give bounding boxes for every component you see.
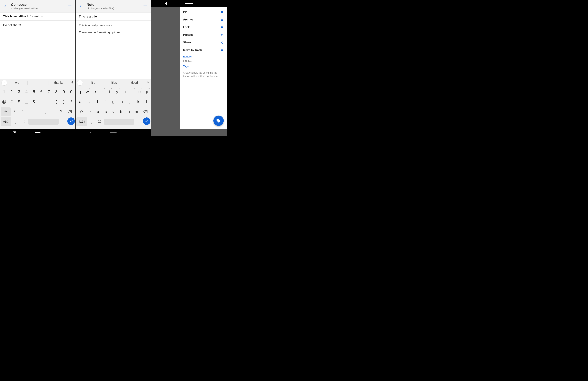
key-1[interactable]: 1 [1, 87, 8, 96]
key-*[interactable]: * [11, 107, 18, 116]
key-y[interactable]: y6 [114, 87, 121, 96]
suggestion-2[interactable]: titles [104, 81, 124, 84]
option-share[interactable]: Share [180, 39, 227, 46]
key-,[interactable]: , [87, 118, 95, 126]
key-s[interactable]: s [85, 98, 92, 106]
key-w[interactable]: w2 [84, 87, 91, 96]
key-8[interactable]: 8 [53, 87, 60, 96]
expand-button[interactable]: › [77, 80, 83, 85]
suggestion-1[interactable]: we [7, 81, 27, 84]
option-lock[interactable]: Lock [180, 23, 227, 31]
option-pin[interactable]: Pin [180, 8, 227, 16]
menu-button[interactable] [66, 3, 73, 9]
note-body-field[interactable]: This is a really basic noteThere are no … [76, 21, 151, 79]
suggestion-3[interactable]: titled [124, 81, 145, 84]
option-protect[interactable]: Protect [180, 31, 227, 39]
suggestion-2[interactable]: I [28, 81, 48, 84]
key-mode-switch[interactable]: ABC [1, 118, 11, 126]
key-enter[interactable] [67, 118, 75, 125]
key-7[interactable]: 7 [45, 87, 52, 96]
key-a[interactable]: a [76, 98, 84, 106]
key-backspace[interactable] [140, 107, 150, 116]
key-z[interactable]: z [87, 107, 94, 116]
key-i[interactable]: i8 [128, 87, 136, 96]
key-k[interactable]: k [134, 98, 142, 106]
key-e[interactable]: e3 [91, 87, 98, 96]
suggestion-3[interactable]: thanks [48, 81, 69, 84]
key-c[interactable]: c [102, 107, 109, 116]
key-&[interactable]: & [30, 98, 38, 106]
key-q[interactable]: q1 [76, 87, 84, 96]
key-l[interactable]: l [143, 98, 150, 106]
key-2[interactable]: 2 [8, 87, 15, 96]
key-p[interactable]: p0 [144, 87, 151, 96]
key-confirm[interactable] [143, 118, 150, 125]
suggestion-1[interactable]: title [83, 81, 103, 84]
nav-hide-keyboard-icon[interactable] [89, 132, 92, 133]
key-6[interactable]: 6 [38, 87, 45, 96]
key--[interactable]: - [38, 98, 45, 106]
key-4[interactable]: 4 [23, 87, 30, 96]
key-9[interactable]: 9 [60, 87, 67, 96]
key-'[interactable]: ' [26, 107, 34, 116]
nav-home-icon[interactable] [35, 132, 41, 133]
key-u[interactable]: u7 [121, 87, 128, 96]
key-d[interactable]: d [93, 98, 101, 106]
editors-header[interactable]: Editors [180, 54, 227, 59]
key-x[interactable]: x [95, 107, 102, 116]
nav-home-icon[interactable] [185, 3, 193, 4]
key-b[interactable]: b [117, 107, 125, 116]
key-/[interactable]: / [68, 98, 75, 106]
note-body-field[interactable]: Do not share! [0, 20, 75, 79]
key-numpad[interactable]: 1 23 4 [20, 118, 28, 126]
key-space[interactable] [104, 119, 134, 125]
key-mode-switch[interactable]: ?123 [76, 118, 87, 126]
note-title-field[interactable]: This is a title [76, 13, 151, 21]
key-m[interactable]: m [133, 107, 140, 116]
key-)[interactable]: ) [60, 98, 67, 106]
key-([interactable]: ( [53, 98, 60, 106]
nav-back-icon[interactable] [165, 2, 167, 5]
key-3[interactable]: 3 [16, 87, 23, 96]
key-+[interactable]: + [45, 98, 52, 106]
option-move-to-trash[interactable]: Move to Trash [180, 46, 227, 54]
menu-button[interactable] [142, 3, 148, 9]
key-5[interactable]: 5 [30, 87, 38, 96]
key-r[interactable]: r4 [99, 87, 106, 96]
mic-icon[interactable] [145, 81, 151, 84]
key-shift[interactable] [76, 107, 86, 116]
option-archive[interactable]: Archive [180, 16, 227, 23]
key-f[interactable]: f [101, 98, 109, 106]
key-$[interactable]: $ [16, 98, 23, 106]
tags-header[interactable]: Tags [180, 64, 227, 69]
mic-icon[interactable] [69, 81, 75, 84]
back-button[interactable] [2, 3, 9, 9]
key-mode-switch[interactable]: =\< [1, 107, 11, 116]
key-emoji[interactable] [96, 118, 103, 126]
key-j[interactable]: j [126, 98, 134, 106]
key-@[interactable]: @ [1, 98, 8, 106]
nav-hide-keyboard-icon[interactable] [13, 131, 16, 133]
key-,[interactable]: , [12, 118, 20, 126]
key-0[interactable]: 0 [68, 87, 75, 96]
key-_[interactable]: _ [23, 98, 30, 106]
key-.[interactable]: . [59, 118, 67, 126]
key-:[interactable]: : [34, 107, 41, 116]
key-.[interactable]: . [135, 118, 143, 126]
note-title-field[interactable]: This is sensitive information [0, 13, 75, 20]
key-#[interactable]: # [8, 98, 15, 106]
key-g[interactable]: g [109, 98, 117, 106]
key-t[interactable]: t5 [106, 87, 113, 96]
key-v[interactable]: v [110, 107, 117, 116]
back-button[interactable] [78, 3, 85, 9]
key-backspace[interactable] [65, 107, 75, 116]
nav-home-icon[interactable] [110, 132, 117, 133]
key-"[interactable]: " [19, 107, 26, 116]
key-n[interactable]: n [125, 107, 132, 116]
key-;[interactable]: ; [42, 107, 49, 116]
key-![interactable]: ! [49, 107, 57, 116]
add-tag-fab[interactable] [213, 116, 224, 126]
key-o[interactable]: o9 [136, 87, 143, 96]
key-?[interactable]: ? [57, 107, 64, 116]
key-space[interactable] [28, 119, 59, 125]
